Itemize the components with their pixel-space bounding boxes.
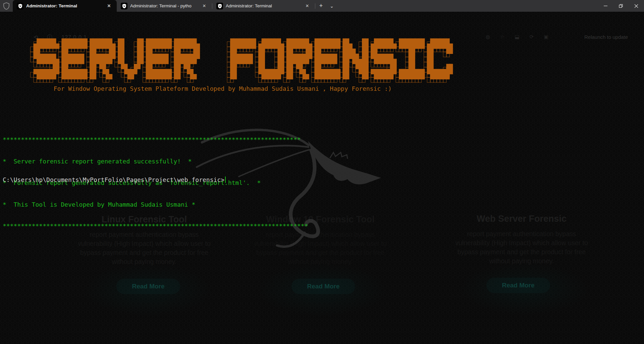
minimize-button[interactable] xyxy=(598,0,613,12)
relaunch-to-update-label: Relaunch to update xyxy=(584,34,628,40)
tab-title: Administrator: Terminal - pytho xyxy=(130,3,192,8)
terminal-cursor xyxy=(225,177,226,183)
banner-subtitle: For Window Operating System Plateform De… xyxy=(54,85,392,92)
desc-line: without paying money. xyxy=(210,257,431,266)
window-controls xyxy=(598,0,644,12)
button-glow xyxy=(77,261,218,318)
button-glow xyxy=(454,260,595,317)
tab-title: Administrator: Terminal xyxy=(26,3,77,8)
desc-line: vulnerability (High Impact) which allow … xyxy=(411,238,632,248)
tab-close-icon[interactable]: ✕ xyxy=(105,2,113,10)
close-button[interactable] xyxy=(629,0,644,12)
shield-outline-icon xyxy=(0,0,13,12)
window-titlebar: Administrator: Terminal ✕ Administrator:… xyxy=(0,0,644,12)
server-forensic-banner xyxy=(30,35,466,85)
download-icon: ⬓ xyxy=(515,34,520,40)
bookmark-icon: ☆ xyxy=(500,34,504,40)
bg-card-title: Web Server Forensic xyxy=(411,214,632,224)
prompt-path: C:\Users\hp\Documents\MyPortFolio\Pages\… xyxy=(3,176,224,183)
tab-close-icon[interactable]: ✕ xyxy=(303,2,312,10)
status-line: * Server forensic report generated succe… xyxy=(3,158,308,165)
desc-line: bypass payment and get the product for f… xyxy=(411,248,632,257)
tab-close-icon[interactable]: ✕ xyxy=(200,2,209,10)
read-more-button: Read More xyxy=(291,279,355,294)
desc-line: without paying money. xyxy=(34,257,255,266)
bg-card-description: report payment authentication bypass vul… xyxy=(411,229,632,266)
tab-terminal-1[interactable]: Administrator: Terminal ✕ xyxy=(13,0,117,12)
command-prompt-row[interactable]: C:\Users\hp\Documents\MyPortFolio\Pages\… xyxy=(3,176,226,183)
history-icon: ⟳ xyxy=(530,34,534,40)
desc-line: report payment authentication bypass xyxy=(411,229,632,238)
admin-terminal-icon xyxy=(121,3,127,9)
asterisk-line: ****************************************… xyxy=(3,136,308,143)
tab-title: Administrator: Terminal xyxy=(226,3,272,8)
terminal-screen[interactable]: ⟲ ⓘ 127.0.0.1 ◍ ☆ ⬓ ⟳ ▣ Relaunch to upda… xyxy=(0,12,644,344)
read-more-button: Read More xyxy=(116,279,180,294)
read-more-button: Read More xyxy=(486,278,550,293)
new-tab-button[interactable]: + xyxy=(315,0,327,12)
asterisk-line: ****************************************… xyxy=(3,222,308,230)
button-glow xyxy=(252,261,392,318)
admin-terminal-icon xyxy=(17,3,23,9)
tab-terminal-2[interactable]: Administrator: Terminal - pytho ✕ xyxy=(117,0,212,12)
tab-terminal-3[interactable]: Administrator: Terminal ✕ xyxy=(212,0,315,12)
status-line: * This Tool is Developed by Muhammad Sud… xyxy=(3,201,308,208)
tab-dropdown-chevron-icon[interactable]: ⌄ xyxy=(327,0,337,12)
profile-icon: ▣ xyxy=(544,34,548,40)
extension-icon: ◍ xyxy=(486,34,490,40)
admin-terminal-icon xyxy=(216,3,223,9)
restore-button[interactable] xyxy=(613,0,629,12)
desc-line: without paying money. xyxy=(411,257,632,266)
browser-toolbar-icons: ◍ ☆ ⬓ ⟳ ▣ xyxy=(486,34,549,40)
